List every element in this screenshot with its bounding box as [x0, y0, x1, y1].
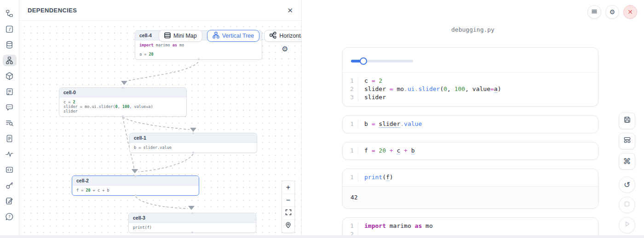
command-icon: ⌘: [623, 157, 631, 166]
dependency-graph-canvas[interactable]: Mini Map Vertical Tree Horizontal Tree ⚙…: [19, 21, 301, 238]
scratchpad-icon: [5, 197, 14, 205]
minus-icon: −: [286, 196, 290, 204]
zoom-out-button[interactable]: −: [282, 194, 294, 207]
sidebar-chat-button[interactable]: [3, 102, 17, 113]
graph-node-code: f = 20 + c + b: [72, 186, 199, 195]
code-line: 1 c = 2: [343, 77, 598, 85]
code-line: 3 slider: [343, 93, 598, 102]
graph-node-cell-1[interactable]: cell-1 b = slider.value: [129, 133, 257, 153]
slider-thumb[interactable]: [360, 57, 367, 65]
line-number: 3: [343, 93, 358, 102]
graph-settings-button[interactable]: ⚙: [282, 45, 288, 53]
dependencies-header: DEPENDENCIES ✕: [19, 0, 301, 21]
graph-node-title: cell-1: [130, 133, 257, 143]
vertical-tree-button[interactable]: Vertical Tree: [207, 30, 259, 42]
fit-view-button[interactable]: [282, 207, 294, 220]
line-number: 1: [343, 173, 358, 181]
secrets-icon: [5, 181, 14, 190]
edge-arrowhead: [121, 81, 127, 85]
mini-map-icon: [164, 32, 171, 40]
edge-cell-0-to-cell-1: [123, 117, 190, 130]
cell-editor[interactable]: 1 print(f): [343, 169, 598, 186]
undo-button[interactable]: ↺: [619, 176, 635, 193]
close-icon: ✕: [627, 8, 633, 16]
line-number: 1: [343, 222, 358, 230]
stop-button: [619, 197, 635, 213]
zoom-in-button[interactable]: +: [282, 181, 294, 194]
sidebar-tracing-button[interactable]: [3, 148, 17, 160]
notebook-cell[interactable]: 1 c = 2 2 slider = mo.ui.slider(0, 100, …: [342, 47, 598, 107]
snippets-icon: [5, 134, 14, 143]
notebook-panel: ⚙ ✕ debugging.py 1 c = 2 2 slider = mo.u…: [302, 0, 644, 238]
notebook-cell[interactable]: 1 f = 20 + c + b: [342, 142, 598, 160]
notebook-action-buttons: ⌘ ↺: [619, 113, 635, 237]
help-icon: ?: [5, 212, 14, 221]
vertical-tree-label: Vertical Tree: [222, 33, 254, 39]
sidebar-secrets-button[interactable]: [3, 180, 17, 191]
sidebar-help-button[interactable]: ?: [3, 211, 17, 222]
horizontal-tree-button[interactable]: Horizontal Tree: [264, 30, 301, 42]
code-line: 1 import marimo as mo: [343, 222, 598, 230]
tracing-icon: [5, 150, 14, 159]
settings-button[interactable]: ⚙: [605, 5, 619, 19]
sidebar-documentation-button[interactable]: [3, 86, 17, 97]
outline-icon: [5, 165, 14, 174]
cell-editor[interactable]: 1 c = 2 2 slider = mo.ui.slider(0, 100, …: [343, 73, 598, 106]
menu-button[interactable]: [587, 5, 601, 19]
vertical-tree-icon: [213, 32, 219, 40]
locate-button[interactable]: [282, 220, 294, 232]
horizontal-tree-label: Horizontal Tree: [279, 33, 301, 39]
sidebar-packages-button[interactable]: [3, 70, 17, 82]
sidebar-file-explorer-button[interactable]: [3, 8, 17, 19]
graph-node-cell-2[interactable]: cell-2 f = 20 + c + b: [72, 176, 199, 196]
menu-icon: [591, 8, 598, 16]
dependencies-icon: [5, 56, 14, 65]
sidebar-snippets-button[interactable]: [3, 133, 17, 144]
documentation-icon: [5, 87, 14, 96]
notebook-topbar: ⚙ ✕: [587, 5, 637, 19]
dependencies-panel: DEPENDENCIES ✕ Mini Map Vertical Tree Ho…: [19, 0, 302, 238]
close-panel-button[interactable]: ✕: [287, 7, 293, 14]
logs-icon: [5, 119, 14, 127]
edge-arrowhead: [188, 206, 195, 210]
sidebar-variables-button[interactable]: f: [3, 23, 17, 35]
graph-node-code: c = 2slider = mo.ui.slider(0, 100, value…: [59, 97, 186, 116]
horizontal-scrollbar[interactable]: [0, 235, 644, 238]
graph-node-code: b = slider.value: [130, 143, 257, 153]
graph-node-title: cell-2: [72, 176, 199, 186]
sidebar-logs-button[interactable]: [3, 117, 17, 129]
layout-icon: [623, 136, 631, 146]
fit-view-icon: [285, 209, 292, 217]
shortcuts-button[interactable]: ⌘: [619, 153, 635, 170]
sidebar-dependencies-button[interactable]: [3, 55, 17, 66]
packages-icon: [5, 72, 14, 80]
svg-text:f: f: [9, 27, 12, 32]
mini-map-button[interactable]: Mini Map: [159, 30, 202, 42]
shutdown-button[interactable]: ✕: [623, 5, 637, 19]
graph-node-title: cell-0: [59, 88, 186, 97]
cell-editor[interactable]: 1 b = slider.value: [343, 116, 598, 133]
graph-node-cell-3[interactable]: cell-3 print(f): [128, 213, 256, 233]
file-explorer-icon: [5, 9, 14, 18]
graph-node-cell-0[interactable]: cell-0 c = 2slider = mo.ui.slider(0, 100…: [59, 87, 187, 117]
variables-icon: f: [5, 25, 14, 34]
edge-cell-2-to-cell-3: [136, 197, 188, 209]
sidebar-datasources-button[interactable]: [3, 39, 17, 51]
stop-icon: [624, 200, 630, 210]
edge-cell-1-to-cell-2: [138, 154, 193, 172]
notebook-cell[interactable]: 1 print(f) 42: [342, 169, 598, 209]
slider-widget[interactable]: [351, 60, 413, 62]
layout-button[interactable]: [619, 133, 635, 149]
close-icon: ✕: [287, 6, 293, 14]
line-number: 2: [343, 85, 358, 93]
cell-output-area: [343, 48, 598, 73]
sidebar-scratchpad-button[interactable]: [3, 195, 17, 207]
save-button[interactable]: [619, 113, 635, 129]
cell-editor[interactable]: 1 f = 20 + c + b: [343, 142, 598, 159]
notebook-cell[interactable]: 1 b = slider.value: [342, 115, 598, 133]
sidebar-outline-button[interactable]: [3, 164, 17, 176]
cells-column: 1 c = 2 2 slider = mo.ui.slider(0, 100, …: [342, 0, 598, 238]
locate-pin-icon: [285, 222, 291, 230]
chat-icon: [5, 103, 14, 112]
datasources-icon: [5, 40, 14, 49]
